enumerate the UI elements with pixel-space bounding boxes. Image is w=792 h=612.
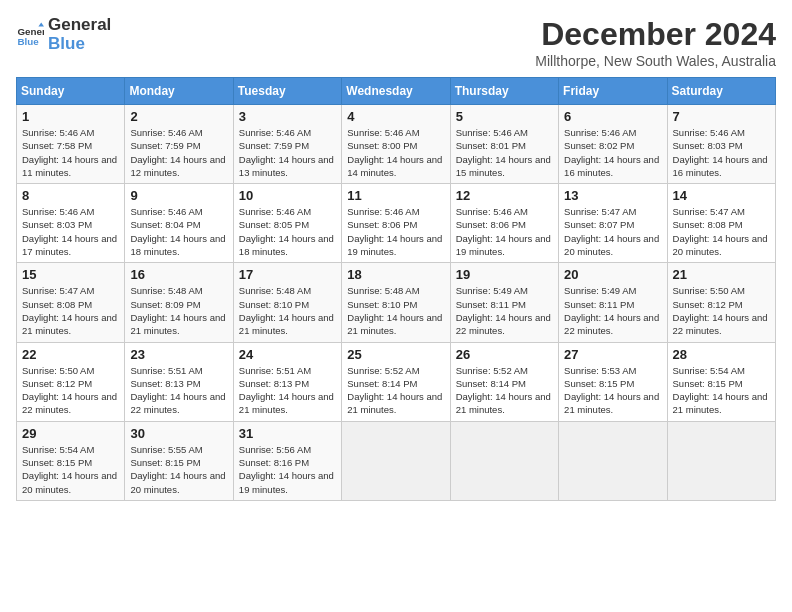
day-detail: Sunrise: 5:50 AM Sunset: 8:12 PM Dayligh… [673, 284, 770, 337]
day-detail: Sunrise: 5:53 AM Sunset: 8:15 PM Dayligh… [564, 364, 661, 417]
calendar-cell: 7 Sunrise: 5:46 AM Sunset: 8:03 PM Dayli… [667, 105, 775, 184]
day-detail: Sunrise: 5:56 AM Sunset: 8:16 PM Dayligh… [239, 443, 336, 496]
calendar-cell: 24 Sunrise: 5:51 AM Sunset: 8:13 PM Dayl… [233, 342, 341, 421]
location-title: Millthorpe, New South Wales, Australia [535, 53, 776, 69]
calendar-cell: 8 Sunrise: 5:46 AM Sunset: 8:03 PM Dayli… [17, 184, 125, 263]
page-header: General Blue General Blue December 2024 … [16, 16, 776, 69]
logo-blue: Blue [48, 35, 111, 54]
day-number: 2 [130, 109, 227, 124]
day-number: 23 [130, 347, 227, 362]
calendar-cell: 6 Sunrise: 5:46 AM Sunset: 8:02 PM Dayli… [559, 105, 667, 184]
day-detail: Sunrise: 5:46 AM Sunset: 8:05 PM Dayligh… [239, 205, 336, 258]
calendar-cell: 17 Sunrise: 5:48 AM Sunset: 8:10 PM Dayl… [233, 263, 341, 342]
day-detail: Sunrise: 5:47 AM Sunset: 8:07 PM Dayligh… [564, 205, 661, 258]
title-area: December 2024 Millthorpe, New South Wale… [535, 16, 776, 69]
day-detail: Sunrise: 5:48 AM Sunset: 8:10 PM Dayligh… [239, 284, 336, 337]
calendar-cell: 12 Sunrise: 5:46 AM Sunset: 8:06 PM Dayl… [450, 184, 558, 263]
header-cell-thursday: Thursday [450, 78, 558, 105]
header-cell-sunday: Sunday [17, 78, 125, 105]
calendar-cell: 21 Sunrise: 5:50 AM Sunset: 8:12 PM Dayl… [667, 263, 775, 342]
day-detail: Sunrise: 5:46 AM Sunset: 8:04 PM Dayligh… [130, 205, 227, 258]
day-detail: Sunrise: 5:46 AM Sunset: 8:06 PM Dayligh… [347, 205, 444, 258]
day-detail: Sunrise: 5:51 AM Sunset: 8:13 PM Dayligh… [130, 364, 227, 417]
day-detail: Sunrise: 5:46 AM Sunset: 8:02 PM Dayligh… [564, 126, 661, 179]
calendar-cell: 16 Sunrise: 5:48 AM Sunset: 8:09 PM Dayl… [125, 263, 233, 342]
day-detail: Sunrise: 5:46 AM Sunset: 8:06 PM Dayligh… [456, 205, 553, 258]
calendar-cell: 4 Sunrise: 5:46 AM Sunset: 8:00 PM Dayli… [342, 105, 450, 184]
day-number: 14 [673, 188, 770, 203]
day-number: 27 [564, 347, 661, 362]
calendar-cell: 23 Sunrise: 5:51 AM Sunset: 8:13 PM Dayl… [125, 342, 233, 421]
calendar-week-5: 29 Sunrise: 5:54 AM Sunset: 8:15 PM Dayl… [17, 421, 776, 500]
calendar-cell [450, 421, 558, 500]
day-detail: Sunrise: 5:47 AM Sunset: 8:08 PM Dayligh… [22, 284, 119, 337]
calendar-cell: 28 Sunrise: 5:54 AM Sunset: 8:15 PM Dayl… [667, 342, 775, 421]
calendar-cell: 22 Sunrise: 5:50 AM Sunset: 8:12 PM Dayl… [17, 342, 125, 421]
day-number: 4 [347, 109, 444, 124]
day-number: 26 [456, 347, 553, 362]
logo-icon: General Blue [16, 21, 44, 49]
header-row: SundayMondayTuesdayWednesdayThursdayFrid… [17, 78, 776, 105]
calendar-cell: 27 Sunrise: 5:53 AM Sunset: 8:15 PM Dayl… [559, 342, 667, 421]
day-detail: Sunrise: 5:46 AM Sunset: 8:01 PM Dayligh… [456, 126, 553, 179]
calendar-cell: 20 Sunrise: 5:49 AM Sunset: 8:11 PM Dayl… [559, 263, 667, 342]
logo: General Blue General Blue [16, 16, 111, 53]
day-detail: Sunrise: 5:54 AM Sunset: 8:15 PM Dayligh… [22, 443, 119, 496]
calendar-cell: 10 Sunrise: 5:46 AM Sunset: 8:05 PM Dayl… [233, 184, 341, 263]
day-number: 28 [673, 347, 770, 362]
day-number: 31 [239, 426, 336, 441]
calendar-cell: 15 Sunrise: 5:47 AM Sunset: 8:08 PM Dayl… [17, 263, 125, 342]
calendar-cell: 1 Sunrise: 5:46 AM Sunset: 7:58 PM Dayli… [17, 105, 125, 184]
day-number: 15 [22, 267, 119, 282]
day-number: 25 [347, 347, 444, 362]
day-number: 13 [564, 188, 661, 203]
day-number: 17 [239, 267, 336, 282]
calendar-cell: 26 Sunrise: 5:52 AM Sunset: 8:14 PM Dayl… [450, 342, 558, 421]
calendar-cell: 19 Sunrise: 5:49 AM Sunset: 8:11 PM Dayl… [450, 263, 558, 342]
day-detail: Sunrise: 5:47 AM Sunset: 8:08 PM Dayligh… [673, 205, 770, 258]
day-detail: Sunrise: 5:49 AM Sunset: 8:11 PM Dayligh… [456, 284, 553, 337]
calendar-week-3: 15 Sunrise: 5:47 AM Sunset: 8:08 PM Dayl… [17, 263, 776, 342]
day-detail: Sunrise: 5:48 AM Sunset: 8:09 PM Dayligh… [130, 284, 227, 337]
header-cell-saturday: Saturday [667, 78, 775, 105]
logo-general: General [48, 16, 111, 35]
day-number: 7 [673, 109, 770, 124]
day-number: 12 [456, 188, 553, 203]
calendar-cell: 30 Sunrise: 5:55 AM Sunset: 8:15 PM Dayl… [125, 421, 233, 500]
day-number: 24 [239, 347, 336, 362]
day-number: 11 [347, 188, 444, 203]
calendar-cell [667, 421, 775, 500]
day-detail: Sunrise: 5:46 AM Sunset: 8:00 PM Dayligh… [347, 126, 444, 179]
header-cell-friday: Friday [559, 78, 667, 105]
day-detail: Sunrise: 5:51 AM Sunset: 8:13 PM Dayligh… [239, 364, 336, 417]
day-detail: Sunrise: 5:50 AM Sunset: 8:12 PM Dayligh… [22, 364, 119, 417]
day-number: 29 [22, 426, 119, 441]
day-number: 8 [22, 188, 119, 203]
day-number: 21 [673, 267, 770, 282]
day-detail: Sunrise: 5:49 AM Sunset: 8:11 PM Dayligh… [564, 284, 661, 337]
day-number: 19 [456, 267, 553, 282]
calendar-cell: 9 Sunrise: 5:46 AM Sunset: 8:04 PM Dayli… [125, 184, 233, 263]
day-number: 10 [239, 188, 336, 203]
day-detail: Sunrise: 5:52 AM Sunset: 8:14 PM Dayligh… [347, 364, 444, 417]
day-number: 30 [130, 426, 227, 441]
day-detail: Sunrise: 5:54 AM Sunset: 8:15 PM Dayligh… [673, 364, 770, 417]
day-number: 20 [564, 267, 661, 282]
day-detail: Sunrise: 5:46 AM Sunset: 7:59 PM Dayligh… [130, 126, 227, 179]
calendar-cell: 14 Sunrise: 5:47 AM Sunset: 8:08 PM Dayl… [667, 184, 775, 263]
calendar-cell: 31 Sunrise: 5:56 AM Sunset: 8:16 PM Dayl… [233, 421, 341, 500]
calendar-cell: 11 Sunrise: 5:46 AM Sunset: 8:06 PM Dayl… [342, 184, 450, 263]
calendar-cell: 18 Sunrise: 5:48 AM Sunset: 8:10 PM Dayl… [342, 263, 450, 342]
calendar-cell [559, 421, 667, 500]
day-detail: Sunrise: 5:46 AM Sunset: 7:59 PM Dayligh… [239, 126, 336, 179]
day-detail: Sunrise: 5:46 AM Sunset: 7:58 PM Dayligh… [22, 126, 119, 179]
calendar-cell: 2 Sunrise: 5:46 AM Sunset: 7:59 PM Dayli… [125, 105, 233, 184]
day-detail: Sunrise: 5:46 AM Sunset: 8:03 PM Dayligh… [22, 205, 119, 258]
day-number: 1 [22, 109, 119, 124]
day-number: 3 [239, 109, 336, 124]
day-detail: Sunrise: 5:52 AM Sunset: 8:14 PM Dayligh… [456, 364, 553, 417]
month-title: December 2024 [535, 16, 776, 53]
logo-text-block: General Blue [48, 16, 111, 53]
calendar-cell: 3 Sunrise: 5:46 AM Sunset: 7:59 PM Dayli… [233, 105, 341, 184]
day-number: 6 [564, 109, 661, 124]
